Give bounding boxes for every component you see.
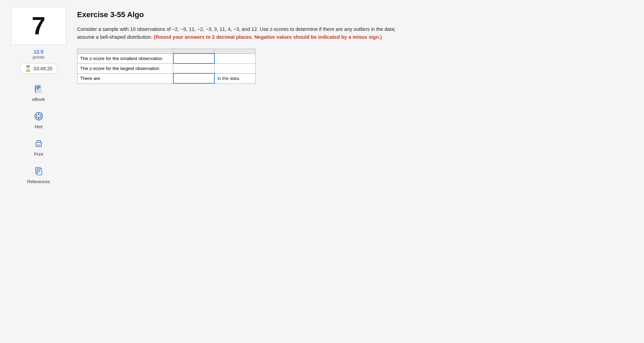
- row3-input-cell[interactable]: [173, 73, 214, 83]
- table-row: The z-score for the largest observation: [77, 63, 256, 73]
- col-header-1: [77, 49, 173, 54]
- svg-point-12: [38, 118, 39, 119]
- row2-input-cell[interactable]: [173, 63, 214, 73]
- main-content: Exercise 3-55 Algo Consider a sample wit…: [70, 7, 637, 190]
- answer-table: The z-score for the smallest observation…: [77, 49, 256, 84]
- svg-point-8: [36, 115, 37, 116]
- row1-input-cell[interactable]: [173, 54, 214, 63]
- col-header-3: [214, 49, 256, 54]
- references-icon: [34, 166, 44, 178]
- svg-point-7: [38, 117, 39, 118]
- row2-label: The z-score for the largest observation: [77, 63, 173, 73]
- table-row: There are in the data.: [77, 73, 256, 83]
- svg-rect-2: [36, 87, 40, 88]
- svg-rect-1: [36, 86, 40, 86]
- svg-point-9: [40, 115, 41, 116]
- points-value: 12.5: [33, 49, 45, 55]
- sidebar-references-label: References: [27, 179, 50, 184]
- book-icon: [34, 84, 44, 95]
- sidebar-print-label: Print: [34, 152, 43, 157]
- sidebar-ebook-label: eBook: [32, 97, 45, 102]
- left-panel: 7 12.5 points ⏳ 03:49:20 eBook: [7, 7, 70, 190]
- timer-box: ⏳ 03:49:20: [20, 63, 58, 74]
- sidebar-item-print[interactable]: Print: [11, 135, 66, 161]
- svg-point-11: [40, 117, 41, 118]
- print-icon: [34, 139, 44, 150]
- svg-point-6: [38, 114, 39, 115]
- sidebar-item-references[interactable]: References: [11, 162, 66, 188]
- row1-input[interactable]: [175, 55, 213, 62]
- svg-rect-14: [37, 144, 40, 146]
- question-text: Consider a sample with 10 observations o…: [77, 25, 402, 41]
- row3-input[interactable]: [175, 74, 213, 82]
- row3-label-start: There are: [77, 73, 173, 83]
- svg-rect-19: [38, 171, 40, 172]
- hint-icon: [34, 111, 44, 123]
- points-section: 12.5 points: [33, 49, 45, 60]
- exercise-title: Exercise 3-55 Algo: [77, 10, 630, 19]
- question-highlight: (Round your answers to 2 decimal places.…: [154, 34, 382, 40]
- sidebar-hint-label: Hint: [35, 124, 42, 129]
- svg-point-10: [36, 117, 37, 118]
- row1-input2[interactable]: [216, 55, 254, 62]
- row1-extra[interactable]: [214, 54, 256, 63]
- svg-rect-17: [37, 169, 42, 175]
- timer-icon: ⏳: [25, 65, 32, 72]
- row1-label: The z-score for the smallest observation: [77, 54, 173, 63]
- row2-input2[interactable]: [216, 64, 253, 72]
- svg-rect-3: [36, 88, 39, 89]
- question-number: 7: [32, 12, 45, 40]
- row2-extra[interactable]: [214, 63, 256, 73]
- svg-rect-20: [38, 172, 39, 173]
- question-number-box: 7: [11, 7, 66, 45]
- points-label: points: [33, 55, 45, 60]
- table-row: The z-score for the smallest observation: [77, 54, 256, 63]
- sidebar-item-hint[interactable]: Hint: [11, 107, 66, 133]
- row2-input[interactable]: [175, 64, 212, 72]
- row3-label-end: in the data.: [214, 73, 256, 83]
- col-header-2: [173, 49, 214, 54]
- timer-text: 03:49:20: [34, 66, 52, 71]
- svg-rect-18: [38, 170, 40, 170]
- sidebar-item-ebook[interactable]: eBook: [11, 80, 66, 106]
- svg-point-15: [41, 143, 41, 144]
